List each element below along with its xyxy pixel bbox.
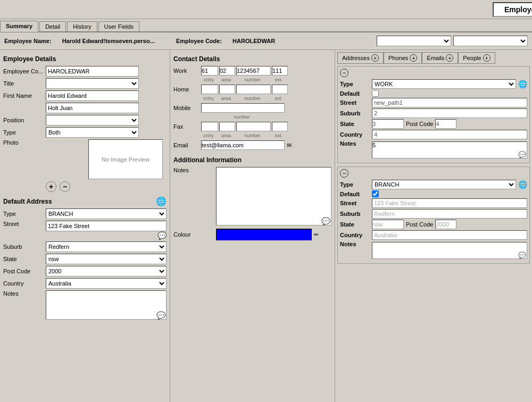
addr1-suburb-label: Suburb: [340, 211, 372, 217]
tab-summary[interactable]: Summary: [0, 21, 38, 32]
tab-user-fields[interactable]: User Fields: [98, 21, 140, 31]
work-number-input[interactable]: [236, 66, 271, 76]
mobile-row: Mobile: [173, 103, 331, 113]
address-block-1: − Type BRANCH 🌐 Default Street Suburb: [337, 166, 530, 264]
emails-add-icon[interactable]: +: [446, 54, 453, 62]
fax-ext-label: ext.: [271, 133, 287, 138]
fax-cntry-input[interactable]: [201, 122, 218, 131]
phones-add-icon[interactable]: +: [410, 54, 417, 62]
tab-detail[interactable]: Detail: [39, 21, 66, 31]
addr-postcode-label: Post Code: [3, 268, 46, 274]
contact-details-title: Contact Details: [173, 55, 331, 63]
phones-tab-label: Phones: [388, 55, 408, 61]
addr0-postcode-input[interactable]: [435, 119, 456, 129]
addr-type-select[interactable]: BRANCH: [46, 208, 167, 219]
addr0-country-row: Country: [340, 130, 527, 139]
addr1-country-row: Country: [340, 230, 527, 240]
addr1-state-label: State: [340, 221, 372, 228]
addr-country-select[interactable]: Australia: [46, 278, 167, 289]
addr0-street-row: Street: [340, 98, 527, 107]
work-cntry-input[interactable]: [201, 66, 218, 76]
tab-history[interactable]: History: [67, 21, 97, 31]
addr0-country-input[interactable]: [372, 130, 527, 139]
emp-right-select2[interactable]: [453, 36, 528, 46]
addr1-country-input[interactable]: [372, 230, 527, 240]
addr1-state-input[interactable]: [372, 220, 404, 229]
photo-label: Photo: [3, 139, 46, 146]
globe-icon[interactable]: 🌐: [156, 196, 167, 206]
type-label: Type: [3, 129, 46, 136]
addr1-type-select[interactable]: BRANCH: [372, 180, 516, 189]
addr1-street-row: Street: [340, 198, 527, 208]
addr1-suburb-input[interactable]: [372, 209, 527, 219]
addr0-suburb-label: Suburb: [340, 110, 372, 116]
position-select[interactable]: [46, 115, 139, 125]
addr0-default-row: Default: [340, 90, 527, 97]
addresses-add-icon[interactable]: +: [371, 54, 379, 62]
home-cntry-input[interactable]: [201, 85, 218, 94]
colour-edit-icon[interactable]: ✏: [314, 231, 319, 238]
home-area-input[interactable]: [219, 85, 235, 94]
home-number-input[interactable]: [236, 85, 271, 94]
tab-phones[interactable]: Phones +: [384, 52, 422, 64]
title-select[interactable]: [46, 78, 139, 89]
tab-addresses[interactable]: Addresses +: [337, 52, 384, 64]
work-ext-input[interactable]: [272, 66, 288, 76]
addr-country-row: Country Australia: [3, 278, 167, 289]
colour-picker[interactable]: [216, 229, 312, 240]
mobile-number-input[interactable]: [201, 103, 285, 113]
addr0-suburb-input[interactable]: [372, 108, 527, 118]
title-row: Title: [3, 78, 167, 89]
default-address-title: Default Address: [3, 198, 52, 205]
addr1-notes-input[interactable]: [372, 242, 527, 259]
addr1-postcode-input[interactable]: [435, 220, 456, 229]
tab-emails[interactable]: Emails +: [422, 52, 458, 64]
people-add-icon[interactable]: +: [483, 54, 491, 62]
addr1-globe-icon[interactable]: 🌐: [518, 180, 527, 189]
work-area-input[interactable]: [219, 66, 235, 76]
fax-ext-input[interactable]: [272, 122, 288, 131]
email-icon[interactable]: ✉: [287, 142, 292, 149]
addr1-default-checkbox[interactable]: [372, 190, 379, 197]
employee-code-input[interactable]: [46, 66, 139, 77]
addr-postcode-select[interactable]: 2000: [46, 266, 167, 277]
photo-add-button[interactable]: +: [46, 181, 56, 192]
addr0-globe-icon[interactable]: 🌐: [518, 80, 527, 88]
addr-type-label: Type: [3, 211, 46, 217]
email-input[interactable]: [201, 140, 285, 150]
photo-remove-button[interactable]: −: [60, 181, 70, 192]
addr0-type-select[interactable]: WORK: [372, 79, 516, 89]
addr0-state-input[interactable]: [372, 119, 404, 129]
addresses-tab-label: Addresses: [342, 55, 370, 61]
emp-right-select1[interactable]: [377, 36, 451, 46]
home-cntry-label: cntry: [200, 96, 217, 101]
home-ext-label: ext.: [271, 96, 287, 101]
addr1-postcode-label: Post Code: [406, 221, 433, 228]
fax-area-input[interactable]: [219, 122, 235, 131]
addr1-street-input[interactable]: [372, 198, 527, 208]
fax-label: Fax: [173, 123, 200, 130]
addr-block-1-remove-button[interactable]: −: [340, 169, 348, 178]
position-row: Position: [3, 115, 167, 125]
notes-textarea[interactable]: [216, 167, 331, 225]
second-name-input[interactable]: [46, 103, 139, 113]
addr0-street-input[interactable]: [372, 98, 527, 107]
additional-info-title: Additional Information: [173, 156, 331, 164]
addr-notes-input[interactable]: [46, 290, 167, 320]
addr0-notes-input[interactable]: 5: [372, 141, 527, 158]
addr0-default-checkbox[interactable]: [372, 90, 379, 97]
addr-suburb-select[interactable]: Redfern: [46, 241, 167, 252]
first-name-input[interactable]: [46, 90, 139, 101]
home-ext-input[interactable]: [272, 85, 288, 94]
right-tabs: Addresses + Phones + Emails + People +: [337, 52, 530, 64]
employee-code-label: Employee Co...: [3, 68, 46, 74]
tab-people[interactable]: People +: [458, 52, 495, 64]
app-title: Employees: [493, 2, 532, 17]
addr0-default-label: Default: [340, 90, 372, 97]
addr-street-input[interactable]: [46, 221, 167, 231]
type-select[interactable]: Both: [46, 127, 139, 138]
fax-number-input[interactable]: [236, 122, 271, 131]
addr0-type-label: Type: [340, 81, 372, 87]
addr-state-select[interactable]: nsw: [46, 254, 167, 264]
addr-block-0-remove-button[interactable]: −: [340, 69, 348, 77]
